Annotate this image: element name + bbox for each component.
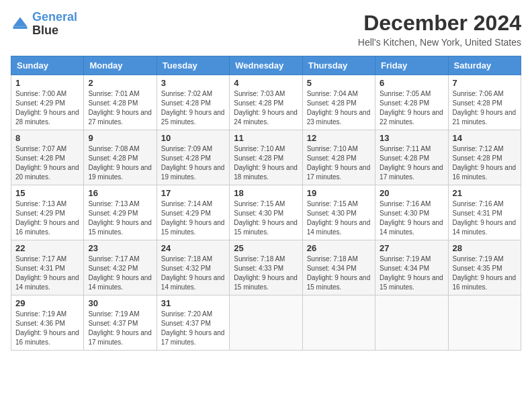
day-number: 5 [307,78,371,88]
header-sunday: Sunday [11,56,84,75]
day-info: Sunrise: 7:16 AMSunset: 4:30 PMDaylight:… [380,199,443,237]
header-saturday: Saturday [448,56,521,75]
day-info: Sunrise: 7:02 AMSunset: 4:28 PMDaylight:… [161,89,225,127]
day-info: Sunrise: 7:12 AMSunset: 4:28 PMDaylight:… [453,144,517,182]
calendar-week-row: 1 Sunrise: 7:00 AMSunset: 4:29 PMDayligh… [11,75,521,130]
table-row: 24 Sunrise: 7:18 AMSunset: 4:32 PMDaylig… [157,240,229,295]
day-number: 23 [88,243,152,253]
table-row: 23 Sunrise: 7:17 AMSunset: 4:32 PMDaylig… [84,240,157,295]
day-number: 7 [453,78,517,88]
day-info: Sunrise: 7:07 AMSunset: 4:28 PMDaylight:… [15,144,79,182]
logo-text: GeneralBlue [32,11,77,38]
table-row: 11 Sunrise: 7:10 AMSunset: 4:28 PMDaylig… [230,130,302,185]
table-row: 26 Sunrise: 7:18 AMSunset: 4:34 PMDaylig… [302,240,375,295]
day-number: 22 [15,243,79,253]
table-row: 3 Sunrise: 7:02 AMSunset: 4:28 PMDayligh… [157,75,229,130]
table-row: 31 Sunrise: 7:20 AMSunset: 4:37 PMDaylig… [157,295,229,351]
day-info: Sunrise: 7:18 AMSunset: 4:34 PMDaylight:… [307,255,371,292]
table-row: 15 Sunrise: 7:13 AMSunset: 4:29 PMDaylig… [11,185,84,240]
day-info: Sunrise: 7:19 AMSunset: 4:34 PMDaylight:… [380,255,443,292]
day-number: 12 [307,133,371,143]
table-row: 16 Sunrise: 7:13 AMSunset: 4:29 PMDaylig… [84,185,157,240]
table-row: 19 Sunrise: 7:15 AMSunset: 4:30 PMDaylig… [302,185,375,240]
table-row: 7 Sunrise: 7:06 AMSunset: 4:28 PMDayligh… [448,75,521,130]
calendar-week-row: 22 Sunrise: 7:17 AMSunset: 4:31 PMDaylig… [11,240,521,295]
day-number: 31 [161,298,225,308]
day-number: 9 [88,133,152,143]
table-row: 22 Sunrise: 7:17 AMSunset: 4:31 PMDaylig… [11,240,84,295]
day-number: 8 [15,133,79,143]
table-row: 12 Sunrise: 7:10 AMSunset: 4:28 PMDaylig… [302,130,375,185]
header-monday: Monday [84,56,157,75]
day-number: 4 [234,78,298,88]
day-info: Sunrise: 7:19 AMSunset: 4:35 PMDaylight:… [453,255,517,292]
day-info: Sunrise: 7:15 AMSunset: 4:30 PMDaylight:… [307,199,371,237]
header-friday: Friday [375,56,448,75]
day-info: Sunrise: 7:13 AMSunset: 4:29 PMDaylight:… [88,199,152,237]
table-row: 6 Sunrise: 7:05 AMSunset: 4:28 PMDayligh… [375,75,448,130]
month-title: December 2024 [358,11,521,36]
day-info: Sunrise: 7:08 AMSunset: 4:28 PMDaylight:… [88,144,152,182]
day-number: 20 [380,188,443,198]
day-info: Sunrise: 7:05 AMSunset: 4:28 PMDaylight:… [380,89,443,127]
day-info: Sunrise: 7:17 AMSunset: 4:32 PMDaylight:… [88,255,152,292]
header-wednesday: Wednesday [230,56,302,75]
day-number: 19 [307,188,371,198]
day-info: Sunrise: 7:20 AMSunset: 4:37 PMDaylight:… [161,310,225,347]
calendar-table: Sunday Monday Tuesday Wednesday Thursday… [11,56,521,351]
title-area: December 2024 Hell's Kitchen, New York, … [358,11,521,48]
day-info: Sunrise: 7:00 AMSunset: 4:29 PMDaylight:… [15,89,79,127]
header-tuesday: Tuesday [157,56,229,75]
day-number: 14 [453,133,517,143]
day-info: Sunrise: 7:01 AMSunset: 4:28 PMDaylight:… [88,89,152,127]
day-info: Sunrise: 7:06 AMSunset: 4:28 PMDaylight:… [453,89,517,127]
page-header: GeneralBlue December 2024 Hell's Kitchen… [11,11,521,48]
day-number: 27 [380,243,443,253]
day-info: Sunrise: 7:04 AMSunset: 4:28 PMDaylight:… [307,89,371,127]
logo-icon [11,15,30,34]
table-row: 17 Sunrise: 7:14 AMSunset: 4:29 PMDaylig… [157,185,229,240]
day-number: 26 [307,243,371,253]
logo: GeneralBlue [11,11,77,38]
table-row: 2 Sunrise: 7:01 AMSunset: 4:28 PMDayligh… [84,75,157,130]
table-row: 28 Sunrise: 7:19 AMSunset: 4:35 PMDaylig… [448,240,521,295]
svg-marker-0 [13,17,28,26]
day-number: 28 [453,243,517,253]
table-row [302,295,375,351]
table-row: 18 Sunrise: 7:15 AMSunset: 4:30 PMDaylig… [230,185,302,240]
day-number: 13 [380,133,443,143]
day-info: Sunrise: 7:11 AMSunset: 4:28 PMDaylight:… [380,144,443,182]
day-number: 2 [88,78,152,88]
table-row: 13 Sunrise: 7:11 AMSunset: 4:28 PMDaylig… [375,130,448,185]
day-number: 16 [88,188,152,198]
table-row: 21 Sunrise: 7:16 AMSunset: 4:31 PMDaylig… [448,185,521,240]
calendar-week-row: 8 Sunrise: 7:07 AMSunset: 4:28 PMDayligh… [11,130,521,185]
day-number: 17 [161,188,225,198]
day-number: 21 [453,188,517,198]
day-info: Sunrise: 7:16 AMSunset: 4:31 PMDaylight:… [453,199,517,237]
table-row [448,295,521,351]
table-row: 1 Sunrise: 7:00 AMSunset: 4:29 PMDayligh… [11,75,84,130]
table-row: 5 Sunrise: 7:04 AMSunset: 4:28 PMDayligh… [302,75,375,130]
day-info: Sunrise: 7:10 AMSunset: 4:28 PMDaylight:… [234,144,298,182]
day-info: Sunrise: 7:17 AMSunset: 4:31 PMDaylight:… [15,255,79,292]
day-info: Sunrise: 7:18 AMSunset: 4:32 PMDaylight:… [161,255,225,292]
day-info: Sunrise: 7:18 AMSunset: 4:33 PMDaylight:… [234,255,298,292]
day-number: 30 [88,298,152,308]
table-row: 8 Sunrise: 7:07 AMSunset: 4:28 PMDayligh… [11,130,84,185]
table-row: 10 Sunrise: 7:09 AMSunset: 4:28 PMDaylig… [157,130,229,185]
days-header-row: Sunday Monday Tuesday Wednesday Thursday… [11,56,521,75]
day-number: 24 [161,243,225,253]
table-row: 14 Sunrise: 7:12 AMSunset: 4:28 PMDaylig… [448,130,521,185]
table-row: 29 Sunrise: 7:19 AMSunset: 4:36 PMDaylig… [11,295,84,351]
day-number: 3 [161,78,225,88]
day-number: 1 [15,78,79,88]
day-number: 25 [234,243,298,253]
table-row: 25 Sunrise: 7:18 AMSunset: 4:33 PMDaylig… [230,240,302,295]
calendar-week-row: 29 Sunrise: 7:19 AMSunset: 4:36 PMDaylig… [11,295,521,351]
day-info: Sunrise: 7:15 AMSunset: 4:30 PMDaylight:… [234,199,298,237]
day-number: 6 [380,78,443,88]
day-number: 29 [15,298,79,308]
table-row: 9 Sunrise: 7:08 AMSunset: 4:28 PMDayligh… [84,130,157,185]
day-info: Sunrise: 7:19 AMSunset: 4:37 PMDaylight:… [88,310,152,347]
